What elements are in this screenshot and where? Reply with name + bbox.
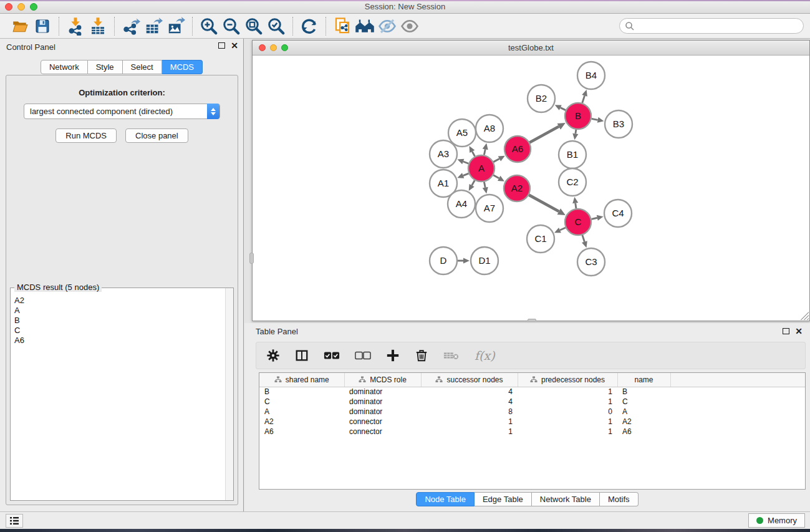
result-item[interactable]: C: [14, 326, 225, 336]
graph-edge[interactable]: [463, 162, 469, 163]
result-item[interactable]: B: [14, 316, 225, 326]
tab-edge-table[interactable]: Edge Table: [475, 492, 532, 506]
tab-node-table[interactable]: Node Table: [416, 492, 475, 506]
table-cell[interactable]: A2: [617, 417, 670, 427]
network-resize-grip[interactable]: [801, 312, 809, 320]
export-network-button[interactable]: [120, 16, 142, 36]
zoom-selected-button[interactable]: [265, 16, 287, 36]
show-all-button[interactable]: [398, 16, 421, 36]
table-cell[interactable]: dominator: [344, 407, 421, 417]
deselect-all-columns-button[interactable]: [355, 351, 371, 360]
graph-edge[interactable]: [529, 127, 559, 143]
task-history-button[interactable]: [6, 514, 23, 528]
column-header-MCDS-role[interactable]: MCDS role: [344, 373, 421, 387]
search-input[interactable]: [619, 18, 804, 34]
tab-style[interactable]: Style: [88, 60, 123, 74]
close-table-panel-icon[interactable]: ✕: [795, 328, 803, 334]
table-cell[interactable]: A: [259, 407, 344, 417]
open-session-button[interactable]: [9, 16, 31, 36]
graph-edge[interactable]: [561, 108, 566, 110]
table-cell[interactable]: 1: [421, 417, 518, 427]
graph-edge[interactable]: [493, 175, 499, 178]
clear-table-button[interactable]: [443, 350, 460, 361]
memory-button[interactable]: Memory: [748, 513, 805, 528]
table-cell[interactable]: 1: [518, 397, 617, 407]
graph-edge[interactable]: [472, 152, 475, 157]
graph-edge[interactable]: [592, 118, 598, 120]
export-table-button[interactable]: [142, 16, 165, 36]
table-cell[interactable]: 4: [421, 397, 518, 407]
graph-edge[interactable]: [529, 195, 559, 211]
table-cell[interactable]: dominator: [344, 387, 421, 397]
save-session-button[interactable]: [31, 16, 54, 36]
export-image-button[interactable]: [165, 16, 187, 36]
tab-network-table[interactable]: Network Table: [532, 492, 600, 506]
table-cell[interactable]: 0: [518, 407, 617, 417]
optimization-criterion-dropdown[interactable]: largest connected component (directed): [24, 104, 220, 119]
graph-edge[interactable]: [484, 182, 485, 188]
graph-edge[interactable]: [591, 218, 597, 219]
float-panel-icon[interactable]: [218, 42, 225, 49]
apply-layout-button[interactable]: [298, 16, 321, 36]
column-header-name[interactable]: name: [617, 373, 670, 387]
graph-edge[interactable]: [582, 95, 585, 103]
table-cell[interactable]: 4: [421, 387, 518, 397]
result-item[interactable]: A6: [14, 336, 225, 346]
column-header-predecessor-nodes[interactable]: predecessor nodes: [518, 373, 617, 387]
column-header-shared-name[interactable]: shared name: [259, 373, 344, 387]
graph-edge[interactable]: [582, 235, 585, 242]
delete-column-button[interactable]: [415, 349, 428, 362]
table-cell[interactable]: A: [617, 407, 670, 417]
import-network-button[interactable]: [64, 16, 87, 36]
table-settings-button[interactable]: [266, 349, 280, 362]
zoom-fit-button[interactable]: [243, 16, 265, 36]
graph-edge[interactable]: [576, 203, 576, 209]
table-cell[interactable]: A2: [259, 417, 344, 427]
table-cell[interactable]: 1: [518, 427, 617, 437]
table-cell[interactable]: 1: [421, 427, 518, 437]
graph-edge[interactable]: [576, 130, 576, 134]
table-cell[interactable]: 8: [421, 407, 518, 417]
import-table-button[interactable]: [87, 16, 109, 36]
show-column-button[interactable]: [295, 349, 309, 362]
graph-edge[interactable]: [463, 173, 469, 175]
node-table[interactable]: shared nameMCDS rolesuccessor nodesprede…: [259, 372, 806, 490]
table-cell[interactable]: connector: [344, 427, 421, 437]
run-mcds-button[interactable]: Run MCDS: [55, 128, 117, 143]
table-row[interactable]: Cdominator41C: [259, 397, 805, 407]
network-window-titlebar[interactable]: testGlobe.txt: [253, 41, 809, 56]
graph-edge[interactable]: [560, 228, 566, 230]
table-row[interactable]: A6connector11A6: [259, 427, 805, 437]
table-row[interactable]: Adominator80A: [259, 407, 805, 417]
select-all-columns-button[interactable]: [324, 351, 340, 360]
zoom-out-button[interactable]: [220, 16, 243, 36]
graph-edge[interactable]: [493, 159, 499, 162]
graph-edge[interactable]: [484, 149, 485, 155]
network-canvas[interactable]: B4B2BB3A5A8A6A3B1AA1C2A2A4A7C4CC1C3DD1: [253, 56, 809, 321]
float-table-panel-icon[interactable]: [783, 328, 789, 334]
table-row[interactable]: Bdominator41B: [259, 387, 805, 397]
tab-select[interactable]: Select: [123, 60, 162, 74]
close-panel-button[interactable]: Close panel: [125, 128, 188, 143]
table-cell[interactable]: A6: [617, 427, 670, 437]
table-cell[interactable]: A6: [259, 427, 344, 437]
function-builder-button[interactable]: f(x): [475, 349, 495, 362]
first-neighbors-button[interactable]: [354, 16, 376, 36]
zoom-in-button[interactable]: [198, 16, 220, 36]
hide-selected-button[interactable]: [376, 16, 398, 36]
table-cell[interactable]: C: [259, 397, 344, 407]
tab-mcds[interactable]: MCDS: [162, 60, 203, 74]
table-row[interactable]: A2connector11A2: [259, 417, 805, 427]
result-item[interactable]: A2: [14, 296, 225, 306]
table-cell[interactable]: B: [259, 387, 344, 397]
result-item[interactable]: A: [14, 306, 225, 316]
close-panel-icon[interactable]: ✕: [231, 42, 238, 49]
network-hscroll-thumb[interactable]: [528, 319, 536, 322]
table-cell[interactable]: 1: [518, 417, 617, 427]
tab-motifs[interactable]: Motifs: [600, 492, 639, 506]
column-header-successor-nodes[interactable]: successor nodes: [421, 373, 518, 387]
add-column-button[interactable]: [386, 349, 400, 362]
network-vscroll-thumb[interactable]: [249, 253, 254, 264]
mcds-result-list[interactable]: A2ABCA6: [11, 294, 225, 500]
table-cell[interactable]: B: [617, 387, 670, 397]
